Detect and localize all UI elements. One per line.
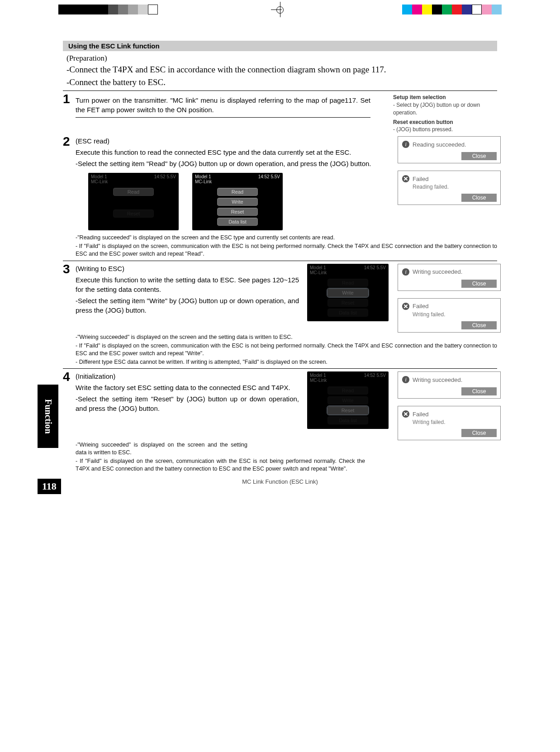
menu-write-highlighted: Write: [327, 289, 368, 297]
step-2-title: (ESC read): [76, 136, 389, 146]
error-icon: [402, 175, 410, 183]
close-button[interactable]: Close: [461, 429, 497, 437]
footer-caption: MC Link Function (ESC Link): [63, 478, 497, 485]
intro-line-2: -Connect the battery to ESC.: [66, 76, 497, 88]
close-button[interactable]: Close: [461, 280, 497, 288]
dialog-reading-failed: Failed Reading failed. Close: [398, 171, 501, 205]
step-1-number: 1: [63, 93, 76, 105]
step-3-note-2: - If "Faild" is displayed on the screen,…: [76, 342, 497, 357]
operation-tips: Setup item selection - Select by (JOG) b…: [393, 94, 497, 133]
colorbar-left: [58, 5, 158, 14]
step-4-note-1: -"Wrieing succeeded" is displayed on the…: [76, 441, 247, 457]
step-2-p1: Execute this function to read the connec…: [76, 148, 389, 157]
error-icon: [402, 410, 410, 418]
colorbar-right: [402, 5, 502, 14]
close-button[interactable]: Close: [461, 152, 497, 160]
dialog-writing-failed-2: Failed Writing failed. Close: [398, 406, 501, 440]
step-3-number: 3: [63, 263, 76, 276]
intro-line-1: -Connect the T4PX and ESC in accordance …: [66, 64, 497, 76]
menu-reset-dim: Reset: [113, 209, 154, 218]
side-tab-function: Function: [38, 385, 58, 448]
step-1-text: Turn power on the transmitter. "MC link"…: [76, 95, 370, 114]
info-icon: i: [402, 376, 410, 384]
transmitter-screen-menu: Model 114:52 5.5V MC-Link Read Write Res…: [192, 173, 283, 230]
dialog-reading-succeeded: iReading succeeded. Close: [398, 136, 501, 163]
dialog-writing-failed: Failed Writing failed. Close: [398, 298, 501, 333]
crop-mark-center-icon: [276, 6, 284, 14]
transmitter-screen-write: Model 114:52 5.5V MC-Link Read Write Res…: [307, 264, 389, 321]
step-4-number: 4: [63, 371, 76, 383]
menu-reset-highlighted: Reset: [327, 406, 368, 414]
step-4-title: (Initialization): [76, 371, 299, 381]
reset-button-text: - (JOG) buttons pressed.: [393, 126, 497, 133]
menu-write: Write: [217, 198, 258, 206]
step-3-title: (Writing to ESC): [76, 264, 299, 273]
step-2-p2: -Select the setting item "Read" by (JOG)…: [76, 159, 389, 168]
svg-text:i: i: [405, 142, 406, 148]
page-number: 118: [38, 479, 61, 494]
close-button[interactable]: Close: [461, 387, 497, 395]
dialog-writing-succeeded-2: iWriting succeeded. Close: [398, 371, 501, 399]
menu-read: Read: [217, 188, 258, 196]
step-4-p2: -Select the setting item "Reset" by (JOG…: [76, 394, 299, 413]
step-4-note-2: - If "Faild" is displayed on the screen,…: [76, 457, 365, 473]
setup-item-text: - Select by (JOG) button up or down oper…: [393, 101, 497, 117]
step-3-note-3: - Different type ESC data cannot be writ…: [76, 358, 497, 366]
menu-reset: Reset: [217, 208, 258, 216]
preparation-label: (Preparation): [66, 54, 497, 63]
step-2-note-2: - If "Faild" is displayed on the screen,…: [76, 243, 497, 258]
setup-item-heading: Setup item selection: [393, 94, 497, 101]
step-2-note-1: -"Reading succeeded" is displayed on the…: [76, 234, 497, 242]
error-icon: [402, 302, 410, 310]
step-3-p2: -Select the setting item "Write" by (JOG…: [76, 296, 299, 315]
step-3-note-1: -"Wrieing succeeded" is displayed on the…: [76, 333, 497, 341]
step-2-number: 2: [63, 135, 76, 148]
menu-read: Read: [113, 188, 154, 196]
info-icon: i: [402, 140, 410, 148]
transmitter-screen-reset: Model 114:52 5.5V MC-Link Read Write Res…: [307, 371, 389, 429]
menu-datalist: Data list: [217, 218, 258, 226]
reset-button-heading: Reset execution button: [393, 119, 497, 126]
dialog-writing-succeeded: iWriting succeeded. Close: [398, 264, 501, 291]
svg-text:i: i: [405, 377, 406, 383]
close-button[interactable]: Close: [461, 194, 497, 202]
close-button[interactable]: Close: [461, 321, 497, 329]
step-3-p1: Execute this function to write the setti…: [76, 275, 299, 294]
info-icon: i: [402, 268, 410, 276]
svg-text:i: i: [405, 269, 406, 275]
document-page: Function 118 Using the ESC Link function…: [63, 41, 497, 485]
step-4-p1: Write the factory set ESC setting data t…: [76, 383, 299, 392]
section-heading: Using the ESC Link function: [63, 41, 497, 51]
transmitter-screen-read-dim: Model 114:52 5.5V MC-Link Read Reset: [88, 173, 179, 230]
